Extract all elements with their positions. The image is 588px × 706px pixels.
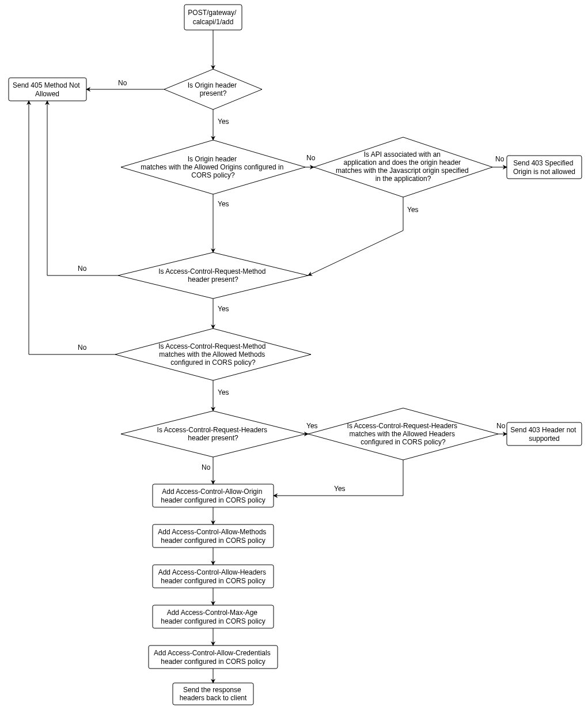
edge-label-no: No	[78, 343, 87, 352]
node-send405: Send 405 Method Not Allowed	[9, 78, 86, 101]
node-d1: Is Origin header present?	[164, 69, 262, 110]
edge-label-no: No	[118, 79, 127, 87]
svg-text:Add Access-Control-Allow-Heade: Add Access-Control-Allow-Headers header …	[158, 568, 268, 585]
svg-text:Add Access-Control-Allow-Metho: Add Access-Control-Allow-Methods header …	[158, 528, 268, 545]
node-p1: Add Access-Control-Allow-Origin header c…	[153, 484, 274, 507]
edge-label-yes: Yes	[334, 485, 346, 493]
node-send403origin: Send 403 Specified Origin is not allowed	[507, 156, 582, 179]
svg-text:Send 403 Specified
      Origi: Send 403 Specified Origin is not allowed	[513, 159, 575, 176]
svg-text:Add Access-Control-Allow-Crede: Add Access-Control-Allow-Credentials hea…	[154, 649, 272, 666]
svg-text:Add Access-Control-Max-Age
   : Add Access-Control-Max-Age header config…	[161, 609, 265, 625]
edge-label-yes: Yes	[218, 118, 229, 126]
edge-label-no: No	[306, 154, 316, 162]
edge-label-no: No	[496, 422, 506, 430]
node-start: POST/gateway/ calcapi/1/add	[184, 5, 242, 30]
node-end: Send the response headers back to client	[173, 683, 253, 705]
node-d7: Is Access-Control-Request-Headers matche…	[308, 408, 498, 460]
node-d6: Is Access-Control-Request-Headers header…	[121, 411, 305, 457]
edge-label-yes: Yes	[306, 422, 318, 430]
node-d2: Is Origin header matches with the Allowe…	[121, 140, 305, 194]
node-p5: Add Access-Control-Allow-Credentials hea…	[149, 645, 278, 669]
svg-text:Add Access-Control-Allow-Origi: Add Access-Control-Allow-Origin header c…	[161, 488, 265, 504]
svg-text:Is Access-Control-Request-Head: Is Access-Control-Request-Headers matche…	[347, 422, 460, 446]
node-p3: Add Access-Control-Allow-Headers header …	[153, 565, 274, 588]
edge-label-yes: Yes	[218, 388, 229, 397]
node-d4: Is Access-Control-Request-Method header …	[118, 252, 308, 299]
edge-label-no: No	[495, 155, 504, 163]
svg-text:Is Access-Control-Request-Meth: Is Access-Control-Request-Method matches…	[158, 342, 267, 367]
node-p4: Add Access-Control-Max-Age header config…	[153, 605, 274, 628]
edge-label-no: No	[202, 463, 211, 471]
edge-label-yes: Yes	[218, 200, 229, 208]
svg-text:Send the response
      header: Send the response headers back to client	[180, 686, 247, 702]
flowchart: POST/gateway/ calcapi/1/add Is Origin he…	[0, 0, 588, 706]
edge-label-yes: Yes	[218, 305, 229, 313]
edge-label-no: No	[78, 265, 87, 273]
node-d3: Is API associated with an application an…	[314, 137, 492, 197]
node-send403hdr: Send 403 Header not supported	[507, 422, 582, 446]
node-p2: Add Access-Control-Allow-Methods header …	[153, 524, 274, 548]
edge-label-yes: Yes	[407, 206, 419, 214]
node-d5: Is Access-Control-Request-Method matches…	[115, 329, 311, 380]
